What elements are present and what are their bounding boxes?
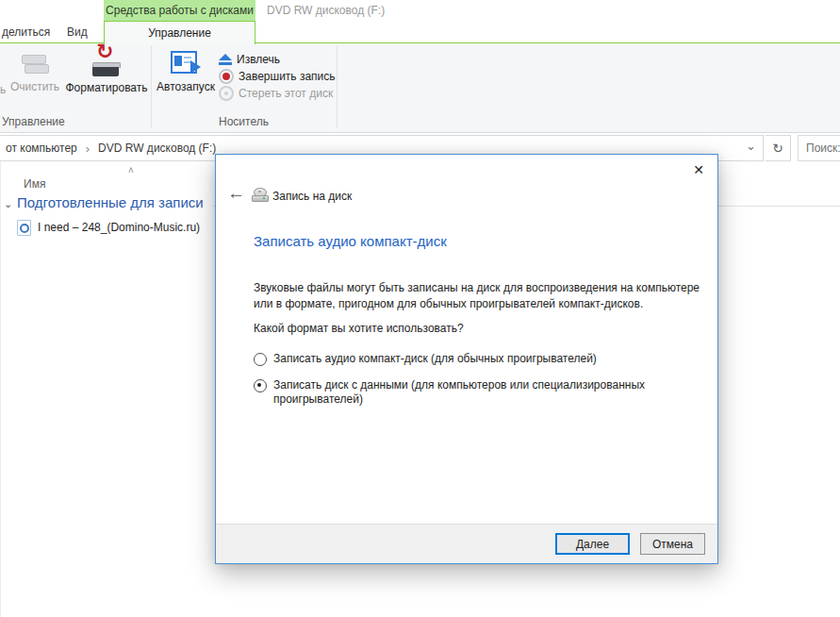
- erase-disc-icon: [219, 86, 234, 101]
- refresh-icon: ↻: [772, 141, 783, 156]
- disc-drive-icon: [252, 188, 269, 202]
- file-name: I need – 248_(Domino-Music.ru): [38, 221, 200, 234]
- close-icon: ✕: [693, 162, 704, 177]
- ribbon: ь Очистить ↻ Форматировать Автозапуск Из…: [0, 43, 840, 133]
- radio-checked-icon: [254, 379, 267, 392]
- address-dropdown-icon[interactable]: ⌄: [746, 139, 756, 153]
- breadcrumb-root[interactable]: от компьютер: [6, 142, 77, 155]
- cancel-button[interactable]: Отмена: [640, 533, 705, 555]
- group-collapse-icon[interactable]: ⌄: [4, 198, 12, 210]
- next-button[interactable]: Далее: [555, 533, 630, 555]
- finish-burning-icon: [219, 69, 234, 84]
- clean-button: Очистить: [8, 49, 62, 93]
- sort-ascending-icon: ˄: [128, 165, 134, 175]
- ribbon-separator: [337, 45, 338, 128]
- contextual-tab-banner: Средства работы с дисками: [104, 0, 255, 21]
- autoplay-button[interactable]: Автозапуск: [156, 49, 215, 93]
- column-header-name[interactable]: Имя: [24, 177, 45, 191]
- radio-option-audio-cd[interactable]: Записать аудио компакт-диск (для обычных…: [254, 352, 597, 366]
- format-button[interactable]: ↻ Форматировать: [62, 48, 151, 94]
- ribbon-group-media-label: Носитель: [151, 115, 337, 128]
- dialog-back-button[interactable]: ←: [227, 183, 245, 204]
- dialog-title: Запись на диск: [272, 190, 352, 203]
- search-label: Поиск:: [806, 142, 840, 155]
- window-title: DVD RW дисковод (F:): [267, 4, 385, 17]
- erase-disc-button: Стереть этот диск: [219, 86, 333, 101]
- clean-disc-icon: [20, 49, 50, 77]
- dialog-description: Звуковые файлы могут быть записаны на ди…: [254, 280, 719, 312]
- file-group-header[interactable]: Подготовленные для записи: [17, 194, 204, 210]
- format-drive-icon: ↻: [90, 48, 124, 78]
- dialog-question: Какой формат вы хотите использовать?: [254, 322, 464, 335]
- tab-manage[interactable]: Управление: [104, 21, 255, 44]
- tab-share-partial[interactable]: делиться: [2, 25, 50, 39]
- breadcrumb-separator-icon: ›: [86, 142, 90, 156]
- refresh-button[interactable]: ↻: [766, 135, 791, 161]
- dialog-heading: Записать аудио компакт-диск: [254, 233, 447, 249]
- back-arrow-icon: ←: [227, 183, 245, 203]
- eject-button[interactable]: Извлечь: [219, 52, 280, 67]
- eject-icon: [219, 54, 232, 66]
- autoplay-icon: [170, 49, 202, 77]
- dialog-close-button[interactable]: ✕: [689, 161, 708, 178]
- dialog-footer: Далее Отмена: [216, 524, 717, 563]
- radio-option-data-disc[interactable]: Записать диск с данными (для компьютеров…: [254, 378, 669, 407]
- file-row[interactable]: I need – 248_(Domino-Music.ru): [17, 218, 210, 237]
- finish-burning-button[interactable]: Завершить запись: [219, 69, 336, 84]
- search-input[interactable]: Поиск:: [798, 135, 840, 161]
- audio-file-icon: [17, 220, 31, 236]
- burn-disc-dialog: ✕ ← Запись на диск Записать аудио компак…: [215, 154, 718, 564]
- radio-unchecked-icon: [254, 353, 267, 366]
- content-left-edge: [0, 161, 1, 617]
- ribbon-partial-button: ь: [0, 83, 6, 96]
- ribbon-group-manage-label: Управление: [2, 115, 65, 128]
- breadcrumb-current[interactable]: DVD RW дисковод (F:): [98, 142, 216, 155]
- tab-view[interactable]: Вид: [67, 25, 88, 39]
